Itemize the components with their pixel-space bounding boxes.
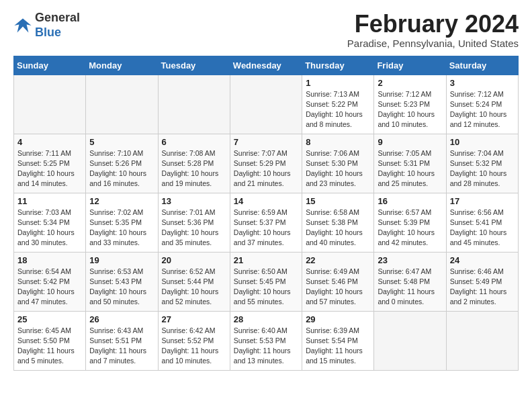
day-number: 23 [378, 255, 442, 265]
day-info: Sunrise: 6:54 AM Sunset: 5:42 PM Dayligh… [17, 267, 82, 308]
day-number: 21 [234, 255, 298, 265]
day-info: Sunrise: 7:04 AM Sunset: 5:32 PM Dayligh… [450, 148, 515, 189]
day-number: 25 [17, 314, 82, 324]
column-header-friday: Friday [374, 56, 446, 75]
calendar-cell: 12Sunrise: 7:02 AM Sunset: 5:35 PM Dayli… [86, 193, 158, 252]
calendar-cell: 28Sunrise: 6:40 AM Sunset: 5:53 PM Dayli… [230, 311, 302, 370]
day-number: 6 [162, 137, 226, 147]
calendar-cell: 3Sunrise: 7:12 AM Sunset: 5:24 PM Daylig… [446, 75, 518, 134]
calendar-cell: 25Sunrise: 6:45 AM Sunset: 5:50 PM Dayli… [14, 311, 86, 370]
column-header-monday: Monday [86, 56, 158, 75]
calendar-cell: 11Sunrise: 7:03 AM Sunset: 5:34 PM Dayli… [14, 193, 86, 252]
calendar-cell: 17Sunrise: 6:56 AM Sunset: 5:41 PM Dayli… [446, 193, 518, 252]
calendar-cell: 13Sunrise: 7:01 AM Sunset: 5:36 PM Dayli… [158, 193, 230, 252]
day-info: Sunrise: 7:03 AM Sunset: 5:34 PM Dayligh… [17, 208, 82, 248]
day-info: Sunrise: 6:45 AM Sunset: 5:50 PM Dayligh… [17, 326, 82, 367]
day-info: Sunrise: 6:49 AM Sunset: 5:46 PM Dayligh… [306, 267, 370, 308]
calendar-cell: 10Sunrise: 7:04 AM Sunset: 5:32 PM Dayli… [446, 134, 518, 193]
calendar-table: SundayMondayTuesdayWednesdayThursdayFrid… [13, 56, 519, 371]
day-info: Sunrise: 6:46 AM Sunset: 5:49 PM Dayligh… [450, 267, 515, 308]
calendar-cell: 4Sunrise: 7:11 AM Sunset: 5:25 PM Daylig… [14, 134, 86, 193]
column-header-thursday: Thursday [302, 56, 374, 75]
day-info: Sunrise: 7:07 AM Sunset: 5:29 PM Dayligh… [234, 148, 298, 189]
calendar-cell: 14Sunrise: 6:59 AM Sunset: 5:37 PM Dayli… [230, 193, 302, 252]
calendar-cell: 18Sunrise: 6:54 AM Sunset: 5:42 PM Dayli… [14, 252, 86, 311]
day-number: 19 [89, 255, 154, 265]
calendar-cell: 21Sunrise: 6:50 AM Sunset: 5:45 PM Dayli… [230, 252, 302, 311]
week-row-3: 11Sunrise: 7:03 AM Sunset: 5:34 PM Dayli… [14, 193, 519, 252]
calendar-cell [158, 75, 230, 134]
column-header-wednesday: Wednesday [230, 56, 302, 75]
day-number: 17 [450, 196, 515, 206]
day-number: 2 [378, 78, 442, 88]
calendar-cell [446, 311, 518, 370]
day-number: 29 [306, 314, 370, 324]
day-number: 27 [162, 314, 226, 324]
day-number: 8 [306, 137, 370, 147]
svg-marker-0 [14, 18, 31, 32]
column-header-tuesday: Tuesday [158, 56, 230, 75]
calendar-cell [230, 75, 302, 134]
day-number: 24 [450, 255, 515, 265]
day-number: 12 [89, 196, 154, 206]
calendar-cell: 26Sunrise: 6:43 AM Sunset: 5:51 PM Dayli… [86, 311, 158, 370]
title-block: February 2024 Paradise, Pennsylvania, Un… [347, 11, 519, 49]
calendar-cell: 7Sunrise: 7:07 AM Sunset: 5:29 PM Daylig… [230, 134, 302, 193]
calendar-cell: 1Sunrise: 7:13 AM Sunset: 5:22 PM Daylig… [302, 75, 374, 134]
day-info: Sunrise: 6:39 AM Sunset: 5:54 PM Dayligh… [306, 326, 370, 367]
day-info: Sunrise: 7:12 AM Sunset: 5:24 PM Dayligh… [450, 89, 515, 130]
day-info: Sunrise: 6:47 AM Sunset: 5:48 PM Dayligh… [378, 267, 442, 308]
day-number: 14 [234, 196, 298, 206]
calendar-cell: 15Sunrise: 6:58 AM Sunset: 5:38 PM Dayli… [302, 193, 374, 252]
day-info: Sunrise: 6:58 AM Sunset: 5:38 PM Dayligh… [306, 208, 370, 248]
calendar-cell: 20Sunrise: 6:52 AM Sunset: 5:44 PM Dayli… [158, 252, 230, 311]
calendar-cell: 16Sunrise: 6:57 AM Sunset: 5:39 PM Dayli… [374, 193, 446, 252]
calendar-cell: 22Sunrise: 6:49 AM Sunset: 5:46 PM Dayli… [302, 252, 374, 311]
day-number: 22 [306, 255, 370, 265]
day-info: Sunrise: 6:42 AM Sunset: 5:52 PM Dayligh… [162, 326, 226, 367]
day-number: 16 [378, 196, 442, 206]
day-info: Sunrise: 7:12 AM Sunset: 5:23 PM Dayligh… [378, 89, 442, 130]
day-number: 18 [17, 255, 82, 265]
page-header: General Blue February 2024 Paradise, Pen… [13, 11, 519, 49]
week-row-2: 4Sunrise: 7:11 AM Sunset: 5:25 PM Daylig… [14, 134, 519, 193]
day-number: 11 [17, 196, 82, 206]
logo-text: General Blue [35, 11, 80, 40]
day-info: Sunrise: 6:40 AM Sunset: 5:53 PM Dayligh… [234, 326, 298, 367]
day-info: Sunrise: 7:10 AM Sunset: 5:26 PM Dayligh… [89, 148, 154, 189]
column-header-sunday: Sunday [14, 56, 86, 75]
day-number: 1 [306, 78, 370, 88]
day-info: Sunrise: 6:57 AM Sunset: 5:39 PM Dayligh… [378, 208, 442, 248]
day-number: 13 [162, 196, 226, 206]
day-number: 9 [378, 137, 442, 147]
day-number: 15 [306, 196, 370, 206]
day-info: Sunrise: 6:59 AM Sunset: 5:37 PM Dayligh… [234, 208, 298, 248]
day-number: 5 [89, 137, 154, 147]
day-info: Sunrise: 7:13 AM Sunset: 5:22 PM Dayligh… [306, 89, 370, 130]
calendar-cell: 8Sunrise: 7:06 AM Sunset: 5:30 PM Daylig… [302, 134, 374, 193]
day-info: Sunrise: 6:43 AM Sunset: 5:51 PM Dayligh… [89, 326, 154, 367]
week-row-5: 25Sunrise: 6:45 AM Sunset: 5:50 PM Dayli… [14, 311, 519, 370]
day-info: Sunrise: 7:05 AM Sunset: 5:31 PM Dayligh… [378, 148, 442, 189]
calendar-cell: 27Sunrise: 6:42 AM Sunset: 5:52 PM Dayli… [158, 311, 230, 370]
day-number: 28 [234, 314, 298, 324]
day-number: 4 [17, 137, 82, 147]
calendar-cell: 6Sunrise: 7:08 AM Sunset: 5:28 PM Daylig… [158, 134, 230, 193]
month-title: February 2024 [347, 11, 519, 38]
day-info: Sunrise: 6:56 AM Sunset: 5:41 PM Dayligh… [450, 208, 515, 248]
day-number: 3 [450, 78, 515, 88]
calendar-cell: 24Sunrise: 6:46 AM Sunset: 5:49 PM Dayli… [446, 252, 518, 311]
day-info: Sunrise: 7:02 AM Sunset: 5:35 PM Dayligh… [89, 208, 154, 248]
day-info: Sunrise: 6:50 AM Sunset: 5:45 PM Dayligh… [234, 267, 298, 308]
calendar-cell: 2Sunrise: 7:12 AM Sunset: 5:23 PM Daylig… [374, 75, 446, 134]
calendar-cell: 5Sunrise: 7:10 AM Sunset: 5:26 PM Daylig… [86, 134, 158, 193]
location: Paradise, Pennsylvania, United States [347, 38, 519, 49]
day-info: Sunrise: 7:06 AM Sunset: 5:30 PM Dayligh… [306, 148, 370, 189]
calendar-cell [14, 75, 86, 134]
logo-bird-icon [13, 16, 32, 35]
calendar-cell: 19Sunrise: 6:53 AM Sunset: 5:43 PM Dayli… [86, 252, 158, 311]
day-number: 26 [89, 314, 154, 324]
week-row-4: 18Sunrise: 6:54 AM Sunset: 5:42 PM Dayli… [14, 252, 519, 311]
logo: General Blue [13, 11, 80, 40]
day-info: Sunrise: 7:08 AM Sunset: 5:28 PM Dayligh… [162, 148, 226, 189]
